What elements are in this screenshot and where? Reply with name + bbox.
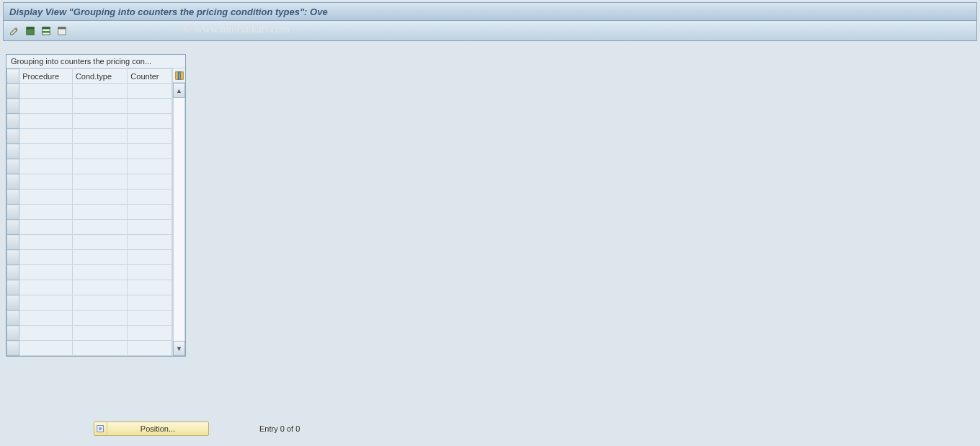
table-cell[interactable]: [19, 311, 73, 326]
table-cell[interactable]: [19, 84, 73, 99]
table-cell[interactable]: [19, 99, 73, 114]
row-selector[interactable]: [7, 84, 19, 99]
table-cell[interactable]: [128, 129, 172, 144]
row-selector[interactable]: [7, 99, 19, 114]
row-selector[interactable]: [7, 265, 19, 280]
table-cell[interactable]: [128, 205, 172, 220]
row-selector-header[interactable]: [7, 69, 19, 84]
table-cell[interactable]: [72, 144, 127, 159]
table-row[interactable]: [7, 311, 172, 326]
table-cell[interactable]: [72, 220, 127, 235]
table-row[interactable]: [7, 326, 172, 341]
table-row[interactable]: [7, 114, 172, 129]
table-cell[interactable]: [72, 159, 127, 174]
configure-columns-button[interactable]: [173, 68, 185, 83]
table-cell[interactable]: [128, 159, 172, 174]
table-cell[interactable]: [72, 280, 127, 295]
table-row[interactable]: [7, 235, 172, 250]
table-cell[interactable]: [128, 250, 172, 265]
table-row[interactable]: [7, 220, 172, 235]
table-cell[interactable]: [72, 189, 127, 205]
table-cell[interactable]: [128, 235, 172, 250]
table-row[interactable]: [7, 341, 172, 356]
grouping-table[interactable]: Procedure Cond.type Counter: [6, 68, 172, 356]
scroll-down-button[interactable]: ▼: [173, 341, 185, 356]
col-header-procedure[interactable]: Procedure: [19, 69, 73, 84]
table-cell[interactable]: [19, 129, 73, 144]
table-cell[interactable]: [128, 99, 172, 114]
deselect-all-button[interactable]: [55, 24, 68, 37]
table-cell[interactable]: [19, 280, 73, 295]
table-cell[interactable]: [72, 84, 127, 99]
table-cell[interactable]: [72, 265, 127, 280]
table-row[interactable]: [7, 250, 172, 265]
row-selector[interactable]: [7, 144, 19, 159]
table-cell[interactable]: [19, 174, 73, 189]
table-cell[interactable]: [72, 129, 127, 144]
table-cell[interactable]: [19, 250, 73, 265]
table-cell[interactable]: [19, 114, 73, 129]
scroll-up-button[interactable]: ▲: [173, 83, 185, 98]
table-cell[interactable]: [72, 326, 127, 341]
table-row[interactable]: [7, 144, 172, 159]
row-selector[interactable]: [7, 250, 19, 265]
table-cell[interactable]: [19, 326, 73, 341]
col-header-cond-type[interactable]: Cond.type: [72, 69, 127, 84]
row-selector[interactable]: [7, 295, 19, 311]
row-selector[interactable]: [7, 220, 19, 235]
table-cell[interactable]: [128, 341, 172, 356]
row-selector[interactable]: [7, 114, 19, 129]
table-cell[interactable]: [72, 205, 127, 220]
table-cell[interactable]: [19, 220, 73, 235]
table-cell[interactable]: [128, 84, 172, 99]
table-cell[interactable]: [128, 311, 172, 326]
table-cell[interactable]: [72, 295, 127, 311]
row-selector[interactable]: [7, 311, 19, 326]
table-row[interactable]: [7, 280, 172, 295]
select-all-button[interactable]: [24, 24, 37, 37]
table-cell[interactable]: [128, 280, 172, 295]
table-cell[interactable]: [19, 189, 73, 205]
table-cell[interactable]: [19, 205, 73, 220]
table-cell[interactable]: [72, 174, 127, 189]
table-cell[interactable]: [128, 114, 172, 129]
table-cell[interactable]: [72, 99, 127, 114]
table-cell[interactable]: [19, 341, 73, 356]
table-cell[interactable]: [128, 220, 172, 235]
row-selector[interactable]: [7, 205, 19, 220]
table-row[interactable]: [7, 174, 172, 189]
table-cell[interactable]: [72, 311, 127, 326]
row-selector[interactable]: [7, 189, 19, 205]
vertical-scrollbar-track[interactable]: [173, 98, 185, 341]
table-row[interactable]: [7, 129, 172, 144]
row-selector[interactable]: [7, 159, 19, 174]
table-cell[interactable]: [128, 265, 172, 280]
row-selector[interactable]: [7, 235, 19, 250]
select-block-button[interactable]: [40, 24, 53, 37]
table-cell[interactable]: [72, 114, 127, 129]
table-cell[interactable]: [19, 159, 73, 174]
row-selector[interactable]: [7, 280, 19, 295]
table-cell[interactable]: [19, 144, 73, 159]
table-row[interactable]: [7, 205, 172, 220]
change-display-button[interactable]: [8, 24, 21, 37]
position-button[interactable]: Position...: [94, 422, 209, 436]
row-selector[interactable]: [7, 341, 19, 356]
table-cell[interactable]: [19, 295, 73, 311]
table-cell[interactable]: [72, 341, 127, 356]
col-header-counter[interactable]: Counter: [128, 69, 172, 84]
table-row[interactable]: [7, 84, 172, 99]
table-cell[interactable]: [128, 144, 172, 159]
row-selector[interactable]: [7, 326, 19, 341]
table-row[interactable]: [7, 159, 172, 174]
table-row[interactable]: [7, 265, 172, 280]
table-cell[interactable]: [128, 174, 172, 189]
table-cell[interactable]: [128, 326, 172, 341]
table-cell[interactable]: [72, 235, 127, 250]
table-cell[interactable]: [19, 235, 73, 250]
table-row[interactable]: [7, 189, 172, 205]
table-cell[interactable]: [19, 265, 73, 280]
table-row[interactable]: [7, 295, 172, 311]
table-cell[interactable]: [128, 295, 172, 311]
table-row[interactable]: [7, 99, 172, 114]
